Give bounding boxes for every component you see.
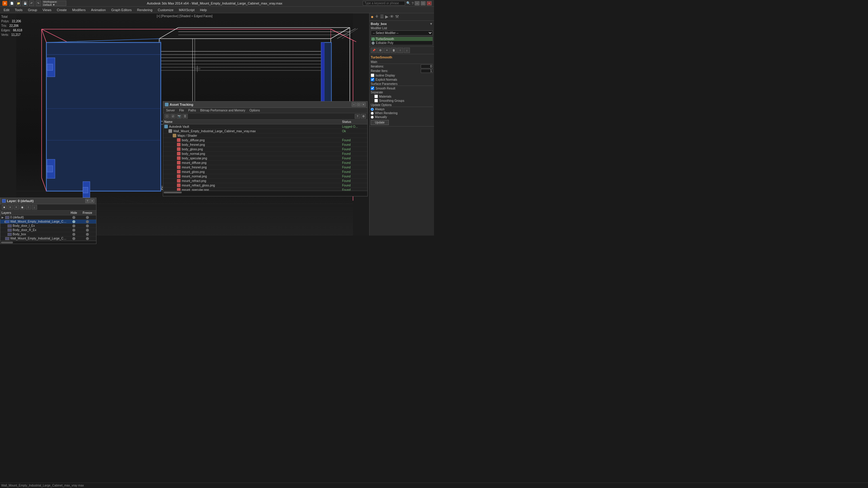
panel-icon-motion[interactable]: ▶ xyxy=(385,14,389,20)
new-btn[interactable]: 📄 xyxy=(9,1,14,6)
move-down-btn[interactable]: ↓ xyxy=(404,47,410,53)
modifier-editable-poly[interactable]: Editable Poly xyxy=(371,41,433,45)
layers-new-btn[interactable]: ■ xyxy=(1,205,7,210)
at-menu-server[interactable]: Server xyxy=(164,108,177,112)
materials-checkbox[interactable] xyxy=(374,95,378,98)
at-row-13[interactable]: mount_refract_gloss.pngFound xyxy=(163,183,367,188)
at-row-1[interactable]: Wall_Mount_Empty_Industrial_Large_Cabine… xyxy=(163,129,367,133)
at-menu-file[interactable]: File xyxy=(177,108,186,112)
at-menu-options[interactable]: Options xyxy=(248,108,261,112)
modifier-list-select[interactable]: -- Select Modifier -- TurboSmooth Editab… xyxy=(371,30,433,36)
always-radio[interactable] xyxy=(371,108,374,111)
at-restore-btn[interactable]: □ xyxy=(356,102,361,107)
at-row-0[interactable]: Autodesk VaultLogged O... xyxy=(163,124,367,129)
smoothing-groups-row: Smoothing Groups xyxy=(374,99,433,102)
when-rendering-radio[interactable] xyxy=(371,112,374,115)
smoothing-groups-checkbox[interactable] xyxy=(374,99,378,102)
layers-select-btn[interactable]: ◉ xyxy=(20,205,25,210)
polys-label: Polys: xyxy=(1,19,9,24)
manually-radio[interactable] xyxy=(371,116,374,119)
at-row-14[interactable]: mount_specular.pngFound xyxy=(163,188,367,191)
at-help-btn[interactable]: ? xyxy=(355,114,360,119)
layer-row-door-r[interactable]: Body_door_R_Ex xyxy=(0,228,96,232)
smooth-result-checkbox[interactable] xyxy=(371,87,374,90)
search-icon[interactable]: 🔍 xyxy=(406,1,410,5)
menu-customize[interactable]: Customize xyxy=(156,7,176,12)
at-row-3[interactable]: body_diffuse.pngFound xyxy=(163,138,367,142)
open-btn[interactable]: 📁 xyxy=(16,1,21,6)
workspace-select[interactable]: Workspace: Default ▼ xyxy=(42,1,66,6)
at-row-9[interactable]: mount_fresnel.pngFound xyxy=(163,165,367,170)
layers-delete-btn[interactable]: × xyxy=(7,205,13,210)
modifier-turbosmmoth[interactable]: TurboSmooth xyxy=(371,37,433,41)
at-row-6[interactable]: body_normal.pngFound xyxy=(163,152,367,156)
menu-modifiers[interactable]: Modifiers xyxy=(70,7,88,12)
layer-row-door-l[interactable]: Body_door_l_Ex xyxy=(0,224,96,228)
at-btn-1[interactable]: ☐ xyxy=(164,114,170,119)
menu-animation[interactable]: Animation xyxy=(89,7,108,12)
at-settings-btn[interactable]: ⚙ xyxy=(361,114,366,119)
at-btn-3[interactable]: 📷 xyxy=(176,114,182,119)
panel-icon-utilities[interactable]: ⚒ xyxy=(395,14,399,20)
undo-btn[interactable]: ↶ xyxy=(29,1,34,6)
menu-rendering[interactable]: Rendering xyxy=(135,7,155,12)
at-btn-4[interactable]: ☰ xyxy=(182,114,188,119)
menu-create[interactable]: Create xyxy=(54,7,69,12)
menu-graph-editors[interactable]: Graph Editors xyxy=(109,7,134,12)
at-row-7[interactable]: body_specular.pngFound xyxy=(163,156,367,161)
pin-btn[interactable]: 📌 xyxy=(371,47,377,53)
at-scrollbar[interactable] xyxy=(163,191,367,194)
explicit-normals-checkbox[interactable] xyxy=(371,78,374,82)
render-iters-input[interactable] xyxy=(421,69,433,73)
at-btn-2[interactable]: ☑ xyxy=(170,114,176,119)
panel-icon-modify[interactable]: ⚘ xyxy=(375,14,379,20)
at-row-2[interactable]: Maps / Shader xyxy=(163,133,367,138)
at-menu-bitmap[interactable]: Bitmap Performance and Memory xyxy=(198,108,247,112)
menu-edit[interactable]: Edit xyxy=(1,7,12,12)
menu-views[interactable]: Views xyxy=(40,7,54,12)
search-input[interactable] xyxy=(363,1,405,5)
at-row-8[interactable]: mount_diffuse.pngFound xyxy=(163,161,367,165)
layers-add-btn[interactable]: + xyxy=(13,205,19,210)
restore-btn[interactable]: □ xyxy=(421,1,426,5)
at-row-4[interactable]: body_fresnel.pngFound xyxy=(163,142,367,147)
panel-icon-create[interactable]: ● xyxy=(371,14,374,20)
menu-maxscript[interactable]: MAXScript xyxy=(177,7,197,12)
menu-group[interactable]: Group xyxy=(26,7,40,12)
layer-row-wall-mount-2[interactable]: Wall_Mount_Empty_Industrial_Large_Cabine… xyxy=(0,236,96,241)
at-row-10[interactable]: mount_gloss.pngFound xyxy=(163,170,367,174)
menu-tools[interactable]: Tools xyxy=(12,7,25,12)
at-menu-paths[interactable]: Paths xyxy=(187,108,198,112)
layer-row-default[interactable]: ▶ 0 (default) xyxy=(0,216,96,220)
at-row-5[interactable]: body_gloss.pngFound xyxy=(163,147,367,152)
layer-row-body-box[interactable]: Body_box xyxy=(0,232,96,236)
at-table[interactable]: Autodesk VaultLogged O...Wall_Mount_Empt… xyxy=(163,124,367,191)
layers-scrollbar[interactable] xyxy=(0,241,96,244)
add-modifier-btn[interactable]: + xyxy=(384,47,390,53)
layer-row-wall-mount[interactable]: ▶ Wall_Mount_Empty_Industrial_Large_Cabi… xyxy=(0,220,96,224)
at-row-name-7: body_specular.png xyxy=(182,157,342,160)
close-btn[interactable]: × xyxy=(427,1,432,5)
layers-help-btn[interactable]: ? xyxy=(85,199,90,203)
redo-btn[interactable]: ↷ xyxy=(36,1,41,6)
at-row-12[interactable]: mount_refract.pngFound xyxy=(163,178,367,183)
at-close-btn[interactable]: × xyxy=(361,102,366,107)
panel-icon-hierarchy[interactable]: ☰ xyxy=(380,14,384,20)
minimize-btn[interactable]: − xyxy=(415,1,420,5)
modifier-list-label: Modifier List xyxy=(371,27,433,30)
update-btn[interactable]: Update xyxy=(371,120,389,125)
config-btn[interactable]: ⚙ xyxy=(377,47,383,53)
layers-close-btn[interactable]: × xyxy=(90,199,94,203)
layers-move-up-btn[interactable]: ↑ xyxy=(26,205,31,210)
isoline-checkbox[interactable] xyxy=(371,73,374,77)
menu-help[interactable]: Help xyxy=(198,7,210,12)
at-row-11[interactable]: mount_normal.pngFound xyxy=(163,174,367,178)
panel-icon-display[interactable]: 👁 xyxy=(390,14,394,20)
layers-move-down-btn[interactable]: ↓ xyxy=(32,205,37,210)
delete-modifier-btn[interactable]: 🗑 xyxy=(391,47,397,53)
move-up-btn[interactable]: ↑ xyxy=(397,47,403,53)
at-minimize-btn[interactable]: − xyxy=(352,102,356,107)
help-icon[interactable]: ? xyxy=(412,1,413,5)
iterations-input[interactable] xyxy=(421,64,433,68)
save-btn[interactable]: 💾 xyxy=(22,1,28,6)
